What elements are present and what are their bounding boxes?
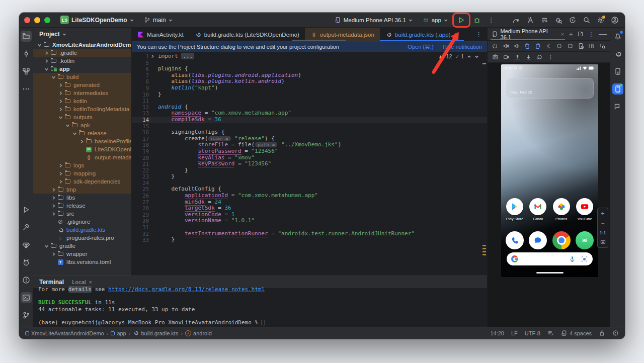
tool-gradle-icon[interactable] bbox=[612, 48, 623, 59]
emulator-screen[interactable]: 6:19 Tue, Feb 10 Play StoreGmailPhotosYo… bbox=[501, 64, 598, 277]
tree-item-sdk-dependencies[interactable]: sdk-dependencies bbox=[33, 177, 131, 186]
google-lens-icon[interactable] bbox=[581, 255, 588, 263]
tree-item-intermediates[interactable]: intermediates bbox=[33, 89, 131, 97]
breadcrumb-android[interactable]: λandroid bbox=[185, 330, 212, 336]
tool-app-quality-insights-icon[interactable] bbox=[21, 239, 32, 250]
tree-item-output-metadata.jso[interactable]: {}output-metadata.jso bbox=[33, 153, 131, 161]
inspection-widget[interactable]: ▲! 12 ✓ 1 bbox=[438, 53, 479, 59]
device-volume-down-button[interactable] bbox=[513, 43, 520, 50]
tree-item-baselineprofiles[interactable]: baselineProfiles bbox=[33, 137, 131, 145]
tree-item-logs[interactable]: logs bbox=[33, 161, 131, 169]
tree-item-kotlintoolingmetadata[interactable]: kotlinToolingMetadata bbox=[33, 105, 131, 113]
device-rotate-left-button[interactable] bbox=[524, 43, 530, 50]
hide-panel-icon[interactable]: — bbox=[599, 30, 607, 39]
open-in-window-icon[interactable] bbox=[577, 31, 584, 37]
tree-item-libs.versions.toml[interactable]: Tlibs.versions.toml bbox=[33, 258, 131, 266]
device-selector[interactable]: Medium Phone API 36.1 bbox=[332, 16, 416, 24]
breadcrumb-build.gradle.kts[interactable]: build.gradle.kts bbox=[133, 330, 178, 337]
tool-terminal-icon[interactable] bbox=[21, 292, 32, 303]
device-rotate-right-button[interactable] bbox=[534, 43, 541, 50]
tree-item-.gradle[interactable]: .gradle bbox=[33, 49, 131, 57]
debug-button[interactable] bbox=[472, 15, 482, 25]
device-restore-button[interactable] bbox=[536, 54, 543, 61]
code-editor[interactable]: ▲! 12 ✓ 1 1import ...56plugins {7 alias(… bbox=[132, 52, 487, 276]
tool-device-explorer-icon[interactable] bbox=[612, 66, 623, 77]
code-line-23[interactable]: 23 } bbox=[132, 173, 487, 180]
device-snapshot-search-button[interactable] bbox=[599, 43, 606, 50]
device-fold-device-button[interactable] bbox=[588, 43, 595, 50]
tool-logcat-icon[interactable] bbox=[21, 257, 32, 268]
tree-item-wrapper[interactable]: wrapper bbox=[33, 250, 131, 258]
settings-button[interactable] bbox=[596, 15, 606, 25]
run-button[interactable] bbox=[455, 15, 468, 25]
tree-item-apk[interactable]: apk bbox=[33, 121, 131, 129]
tool-notifications-icon[interactable] bbox=[612, 31, 623, 42]
at-a-glance-widget[interactable]: Tue, Feb 10 bbox=[506, 78, 594, 99]
terminal-output[interactable]: For more details see https://docs.gradle… bbox=[33, 285, 487, 327]
code-line-28[interactable]: 28 targetSdk = 36 bbox=[132, 205, 487, 212]
tree-item-xmovliteavatarandroiddemolitesdko[interactable]: XmovLiteAvatarAndroidDemo [LiteSDKO bbox=[33, 41, 131, 49]
close-window-button[interactable] bbox=[24, 17, 30, 23]
tool-problems-icon[interactable] bbox=[21, 275, 32, 286]
prev-problem-icon[interactable] bbox=[467, 54, 471, 59]
app-icon-gmail[interactable]: Gmail bbox=[526, 198, 549, 221]
device-home-button[interactable] bbox=[556, 43, 562, 50]
app-icon-play-store[interactable]: Play Store bbox=[503, 198, 526, 221]
app-icon-photos[interactable]: Photos bbox=[550, 198, 573, 221]
tree-item-outputs[interactable]: outputs bbox=[33, 113, 131, 121]
mic-icon[interactable] bbox=[569, 255, 576, 263]
dock-icon-android-app[interactable] bbox=[573, 231, 596, 249]
device-download-button[interactable] bbox=[525, 54, 532, 61]
code-line-9[interactable]: 9 kotlin("kapt") bbox=[132, 85, 487, 92]
tree-item-tmp[interactable]: tmp bbox=[33, 186, 131, 194]
status-inspections-level[interactable] bbox=[612, 330, 619, 336]
code-line-30[interactable]: 30 versionName = "1.0.1" bbox=[132, 218, 487, 224]
zoom-in-button[interactable]: + bbox=[598, 209, 607, 218]
google-search-bar[interactable] bbox=[507, 252, 593, 265]
tool-more-icon[interactable] bbox=[21, 83, 32, 95]
status-lf[interactable]: LF bbox=[511, 330, 518, 336]
zoom-fit-button[interactable] bbox=[598, 238, 607, 246]
editor-tab[interactable]: {}output-metadata.json bbox=[305, 28, 380, 41]
device-upload-button[interactable] bbox=[514, 54, 521, 61]
terminal-tab-local[interactable]: Local × bbox=[72, 279, 92, 285]
status-14-20[interactable]: 14:20 bbox=[490, 330, 504, 336]
tree-item-src[interactable]: src bbox=[33, 210, 131, 218]
code-line-22[interactable]: 22 } bbox=[132, 167, 487, 174]
device-more-v-button[interactable] bbox=[547, 54, 554, 61]
device-screen-record-button[interactable] bbox=[503, 54, 510, 61]
tool-run-icon[interactable] bbox=[21, 204, 32, 215]
tree-item-release[interactable]: release bbox=[33, 202, 131, 210]
banner-hide-link[interactable]: Hide notification bbox=[443, 44, 482, 50]
tool-gemini-chat-icon[interactable] bbox=[612, 101, 623, 112]
status-indent-lock[interactable]: 4 spaces bbox=[561, 330, 592, 336]
tab-scrollbar[interactable] bbox=[292, 40, 346, 41]
project-view-mode[interactable]: Project bbox=[33, 28, 131, 41]
code-line-33[interactable]: 33 } bbox=[132, 237, 487, 243]
code-line-1[interactable]: 1import ... bbox=[132, 53, 487, 60]
more-options-icon[interactable]: ⋮ bbox=[588, 31, 594, 38]
next-problem-icon[interactable] bbox=[474, 54, 479, 59]
device-screenshot-button[interactable] bbox=[492, 54, 499, 61]
tab-list-icon[interactable]: ⋮ bbox=[470, 28, 487, 41]
app-inspection-button[interactable] bbox=[553, 15, 564, 25]
more-actions-button[interactable]: ⋮ bbox=[486, 15, 496, 25]
dock-icon-chrome[interactable] bbox=[550, 231, 573, 249]
tool-structure-icon[interactable] bbox=[21, 66, 32, 77]
project-widget[interactable]: LS LiteSDKOpenDemo bbox=[57, 15, 137, 25]
tree-item-mapping[interactable]: mapping bbox=[33, 169, 131, 177]
vcs-branch-widget[interactable]: main bbox=[141, 16, 176, 25]
code-line-26[interactable]: 26 applicationId = "com.xmov.metahuman.a… bbox=[132, 193, 487, 199]
tool-running-devices-icon[interactable] bbox=[612, 83, 623, 95]
code-line-10[interactable]: 10} bbox=[132, 92, 487, 98]
status-unlock[interactable] bbox=[599, 330, 605, 336]
tree-item-proguard-rules.pro[interactable]: ≡proguard-rules.pro bbox=[33, 234, 131, 242]
profiler-button[interactable] bbox=[511, 15, 521, 25]
tool-commit-icon[interactable] bbox=[21, 48, 32, 59]
code-line-32[interactable]: 32 testInstrumentationRunner = "androidx… bbox=[132, 231, 487, 237]
status-utf-8[interactable]: UTF-8 bbox=[525, 330, 540, 336]
breadcrumb-app[interactable]: app bbox=[111, 330, 126, 336]
tree-item-release[interactable]: release bbox=[33, 129, 131, 137]
device-device-settings-button[interactable] bbox=[578, 43, 584, 50]
device-volume-up-button[interactable] bbox=[502, 43, 509, 50]
